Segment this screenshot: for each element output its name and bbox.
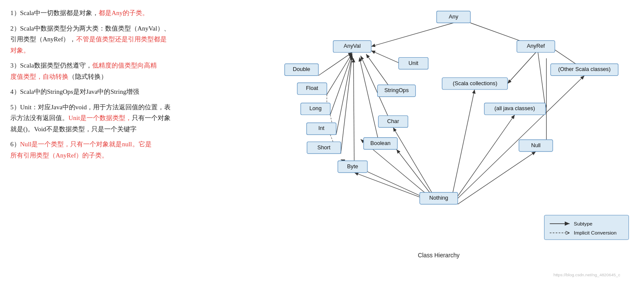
svg-text:Char: Char <box>387 118 399 124</box>
node-all-java: (all java classes) <box>484 103 545 114</box>
node-float: Float <box>297 83 327 94</box>
node-nothing: Nothing <box>420 192 457 204</box>
svg-line-18 <box>538 52 546 109</box>
node-anyref: AnyRef <box>517 40 555 52</box>
p2-line1: 2）Scala中数据类型分为两大类：数值类型（AnyVal）、 <box>10 25 170 32</box>
left-panel: 1）Scala中一切数据都是对象，都是Any的子类。 2）Scala中数据类型分… <box>0 0 276 281</box>
svg-text:Unit: Unit <box>408 60 418 66</box>
svg-text:(Other Scala classes): (Other Scala classes) <box>558 66 611 72</box>
p2-line2-prefix: 引用类型（AnyRef）， <box>10 36 76 43</box>
p2-line2-red: 不管是值类型还是引用类型都是 <box>76 36 167 43</box>
paragraph-1: 1）Scala中一切数据都是对象，都是Any的子类。 <box>10 8 265 19</box>
p5-line2-prefix: 示方法没有返回值。 <box>10 114 68 121</box>
svg-text:Nothing: Nothing <box>429 195 448 201</box>
p6-line1-red: Null是一个类型，只有一个对象就是null。它是 <box>20 141 152 148</box>
p2-line3-red: 对象。 <box>10 47 30 54</box>
p6-line1-prefix: 6） <box>10 141 20 148</box>
svg-text:Null: Null <box>531 142 541 148</box>
p5-line2-suffix: 只有一个对象 <box>132 114 171 121</box>
paragraph-4: 4）Scala中的StringOps是对Java中的String增强 <box>10 86 265 98</box>
svg-line-27 <box>458 76 585 198</box>
paragraph-3: 3）Scala数据类型仍然遵守，低精度的值类型向高精 度值类型，自动转换（隐式转… <box>10 60 265 82</box>
svg-text:Int: Int <box>318 125 325 131</box>
node-short: Short <box>307 142 341 154</box>
watermark: https://blog.csdn.net/ng_4820645_c <box>554 272 620 277</box>
node-double: Double <box>285 64 318 75</box>
node-unit: Unit <box>398 57 428 69</box>
svg-line-29 <box>451 90 475 199</box>
p3-prefix: 3）Scala数据类型仍然遵守， <box>10 62 92 69</box>
svg-text:Byte: Byte <box>347 163 358 170</box>
node-scala-collections: (Scala collections) <box>442 78 507 90</box>
svg-text:AnyVal: AnyVal <box>344 43 361 49</box>
svg-line-17 <box>507 52 536 84</box>
svg-text:Boolean: Boolean <box>370 140 391 146</box>
node-int: Int <box>307 123 336 134</box>
svg-text:Any: Any <box>449 13 459 20</box>
legend-implicit-label: Implicit Conversion <box>574 230 616 235</box>
p5-line3: 就是()。Void不是数据类型，只是一个关键字 <box>10 126 137 133</box>
class-hierarchy-diagram: Any AnyVal AnyRef Double Unit Float <box>276 4 644 280</box>
diagram-caption: Class Hierarchy <box>418 252 460 259</box>
paragraph-5: 5）Unit：对应Java中的void，用于方法返回值的位置，表 示方法没有返回… <box>10 102 265 135</box>
node-null: Null <box>519 140 553 151</box>
svg-line-9 <box>359 57 380 149</box>
p5-line2-red: Unit是一个数据类型， <box>68 114 132 121</box>
svg-line-2 <box>318 52 352 76</box>
legend-subtype-label: Subtype <box>574 221 593 226</box>
p4-text: 4）Scala中的StringOps是对Java中的String增强 <box>10 88 139 95</box>
node-boolean: Boolean <box>364 138 397 149</box>
p1-prefix: 1）Scala中一切数据都是对象， <box>10 9 99 16</box>
paragraph-6: 6）Null是一个类型，只有一个对象就是null。它是 所有引用类型（AnyRe… <box>10 139 265 161</box>
svg-text:StringOps: StringOps <box>384 87 409 93</box>
node-anyval: AnyVal <box>333 40 371 52</box>
node-stringops: StringOps <box>377 85 415 96</box>
node-any: Any <box>437 11 470 23</box>
p3-line2-suffix: （隐式转换） <box>68 73 107 80</box>
node-char: Char <box>378 116 408 127</box>
p6-line2-red: 所有引用类型（AnyRef）的子类。 <box>10 152 109 159</box>
svg-text:AnyRef: AnyRef <box>527 43 545 49</box>
svg-text:Double: Double <box>293 66 310 72</box>
node-long: Long <box>301 103 330 114</box>
svg-text:Long: Long <box>309 105 321 111</box>
right-panel: Any AnyVal AnyRef Double Unit Float <box>276 0 644 281</box>
svg-text:Float: Float <box>306 85 318 91</box>
legend: Subtype Implicit Conversion <box>544 215 629 240</box>
node-other-scala: (Other Scala classes) <box>551 64 618 75</box>
p3-line2-red: 度值类型，自动转换 <box>10 73 68 80</box>
paragraph-2: 2）Scala中数据类型分为两大类：数值类型（AnyVal）、 引用类型（Any… <box>10 23 265 56</box>
svg-text:Short: Short <box>317 144 331 151</box>
p5-line1: 5）Unit：对应Java中的void，用于方法返回值的位置，表 <box>10 104 171 111</box>
svg-line-15 <box>371 23 454 46</box>
svg-line-28 <box>456 115 515 199</box>
svg-rect-66 <box>544 215 629 240</box>
p3-red: 低精度的值类型向高精 <box>92 62 157 69</box>
svg-line-7 <box>354 58 355 173</box>
svg-text:(Scala collections): (Scala collections) <box>453 80 497 86</box>
svg-text:(all java classes): (all java classes) <box>495 105 535 111</box>
p1-red: 都是Any的子类。 <box>99 9 149 16</box>
node-byte: Byte <box>338 161 367 173</box>
svg-line-26 <box>458 151 536 204</box>
